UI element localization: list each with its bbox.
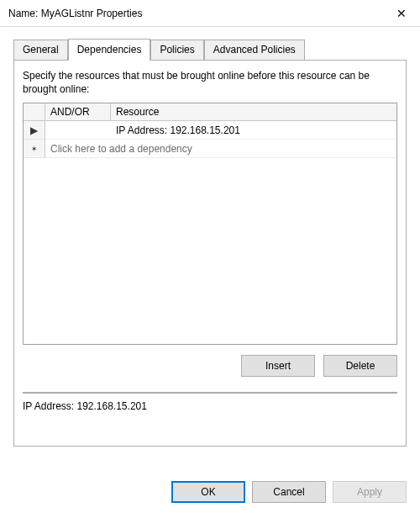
- cancel-button[interactable]: Cancel: [252, 481, 326, 503]
- table-row[interactable]: ▶ IP Address: 192.168.15.201: [24, 121, 396, 140]
- tab-dependencies[interactable]: Dependencies: [68, 39, 151, 61]
- content-area: General Dependencies Policies Advanced P…: [0, 27, 420, 447]
- grid-buttons: Insert Delete: [23, 355, 397, 377]
- tab-advanced-policies[interactable]: Advanced Policies: [204, 40, 305, 61]
- grid-header-handle: [24, 103, 45, 121]
- apply-button[interactable]: Apply: [333, 481, 407, 503]
- insert-button[interactable]: Insert: [241, 355, 315, 377]
- dialog-footer: OK Cancel Apply: [171, 481, 407, 503]
- close-icon[interactable]: ✕: [382, 0, 420, 27]
- dependency-grid[interactable]: AND/OR Resource ▶ IP Address: 192.168.15…: [23, 103, 397, 345]
- grid-header-resource[interactable]: Resource: [111, 103, 396, 121]
- new-row-placeholder[interactable]: Click here to add a dependency: [45, 140, 396, 158]
- row-selector-icon[interactable]: ▶: [24, 121, 45, 140]
- new-row-icon[interactable]: ✶: [24, 140, 45, 158]
- window-title: Name: MyAGListnr Properties: [8, 8, 142, 19]
- tab-general[interactable]: General: [13, 40, 68, 61]
- titlebar: Name: MyAGListnr Properties ✕: [0, 0, 420, 27]
- tab-strip: General Dependencies Policies Advanced P…: [13, 39, 407, 60]
- grid-header-andor[interactable]: AND/OR: [45, 103, 111, 121]
- table-row-new[interactable]: ✶ Click here to add a dependency: [24, 140, 396, 158]
- tab-panel-dependencies: Specify the resources that must be broug…: [13, 60, 407, 447]
- cell-resource[interactable]: IP Address: 192.168.15.201: [111, 121, 396, 140]
- cell-andor[interactable]: [45, 121, 111, 140]
- instruction-text: Specify the resources that must be broug…: [23, 69, 397, 96]
- status-text: IP Address: 192.168.15.201: [23, 400, 397, 412]
- tab-policies[interactable]: Policies: [150, 40, 203, 61]
- delete-button[interactable]: Delete: [323, 355, 397, 377]
- ok-button[interactable]: OK: [171, 481, 245, 503]
- divider: [23, 392, 397, 394]
- grid-header-row: AND/OR Resource: [24, 103, 396, 121]
